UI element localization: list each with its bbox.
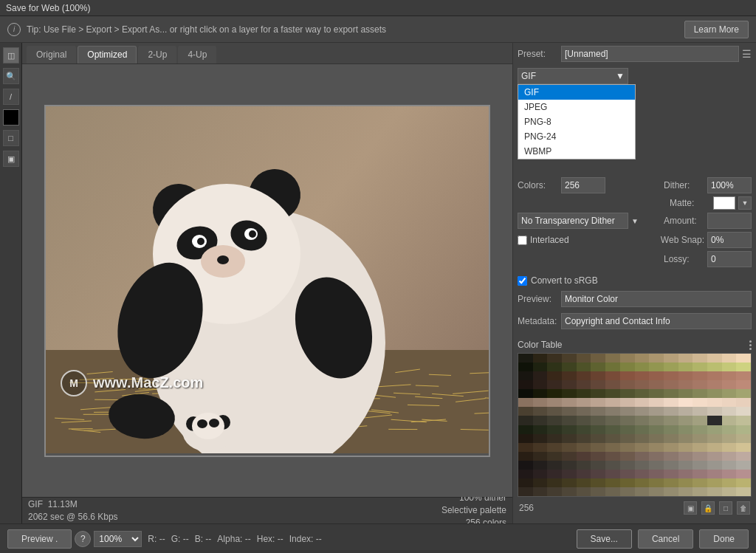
color-cell[interactable] [577, 363, 591, 371]
color-cell[interactable] [649, 452, 664, 461]
color-cell[interactable] [562, 354, 577, 363]
color-cell[interactable] [635, 389, 650, 398]
color-cell[interactable] [664, 371, 678, 380]
color-cell[interactable] [722, 470, 737, 478]
color-cell[interactable] [620, 371, 635, 380]
color-cell[interactable] [707, 434, 722, 443]
color-cell[interactable] [533, 371, 548, 380]
format-option-png24[interactable]: PNG-24 [518, 129, 635, 144]
color-cell[interactable] [562, 425, 577, 434]
color-cell[interactable] [678, 371, 693, 380]
color-cell[interactable] [678, 407, 693, 416]
websnap-select[interactable]: 0% [707, 232, 752, 248]
color-cell[interactable] [635, 478, 650, 487]
color-cell[interactable] [707, 389, 722, 398]
color-cell[interactable] [547, 371, 562, 380]
color-cell[interactable] [649, 363, 664, 371]
color-cell[interactable] [577, 416, 591, 425]
color-cell[interactable] [678, 363, 693, 371]
hand-tool[interactable]: ◫ [3, 47, 19, 63]
matte-swatch[interactable] [713, 196, 735, 210]
color-cell[interactable] [620, 434, 635, 443]
colors-select[interactable]: 256 [561, 177, 605, 193]
color-cell[interactable] [533, 461, 548, 470]
preview-button[interactable]: Preview . [7, 529, 72, 549]
color-cell[interactable] [533, 363, 548, 371]
color-cell[interactable] [722, 461, 737, 470]
color-cell[interactable] [649, 416, 664, 425]
color-cell[interactable] [693, 487, 707, 496]
color-cell[interactable] [547, 354, 562, 363]
color-cell[interactable] [736, 416, 751, 425]
color-cell[interactable] [605, 461, 620, 470]
color-cell[interactable] [707, 380, 722, 389]
color-cell[interactable] [635, 443, 650, 452]
color-cell[interactable] [547, 478, 562, 487]
color-cell[interactable] [722, 434, 737, 443]
color-cell[interactable] [533, 434, 548, 443]
color-cell[interactable] [562, 443, 577, 452]
color-cell[interactable] [707, 407, 722, 416]
color-cell[interactable] [664, 487, 678, 496]
color-cell[interactable] [736, 363, 751, 371]
color-cell[interactable] [736, 425, 751, 434]
color-cell[interactable] [707, 363, 722, 371]
color-grid[interactable] [518, 353, 752, 497]
color-cell[interactable] [664, 407, 678, 416]
zoom-tool[interactable]: 🔍 [3, 68, 19, 84]
color-cell[interactable] [722, 425, 737, 434]
color-cell[interactable] [693, 461, 707, 470]
color-cell[interactable] [678, 470, 693, 478]
color-cell[interactable] [562, 452, 577, 461]
color-cell[interactable] [736, 487, 751, 496]
color-cell[interactable] [605, 416, 620, 425]
preview-select[interactable]: Monitor Color [561, 291, 752, 307]
color-cell[interactable] [591, 487, 605, 496]
color-cell[interactable] [547, 443, 562, 452]
tab-4up[interactable]: 4-Up [178, 46, 216, 63]
color-cell[interactable] [736, 434, 751, 443]
color-cell[interactable] [591, 443, 605, 452]
color-cell[interactable] [620, 425, 635, 434]
eyedropper-tool[interactable]: / [3, 89, 19, 105]
color-cell[interactable] [635, 470, 650, 478]
color-cell[interactable] [533, 478, 548, 487]
color-cell[interactable] [620, 461, 635, 470]
color-cell[interactable] [591, 478, 605, 487]
color-cell[interactable] [533, 354, 548, 363]
cancel-button[interactable]: Cancel [638, 529, 693, 549]
tab-2up[interactable]: 2-Up [138, 46, 176, 63]
color-cell[interactable] [664, 434, 678, 443]
color-cell[interactable] [649, 470, 664, 478]
color-cell[interactable] [533, 398, 548, 407]
color-cell[interactable] [649, 425, 664, 434]
learn-more-button[interactable]: Learn More [684, 21, 749, 38]
done-button[interactable]: Done [699, 529, 749, 549]
color-cell[interactable] [518, 416, 533, 425]
color-cell[interactable] [562, 461, 577, 470]
color-cell[interactable] [605, 380, 620, 389]
color-cell[interactable] [605, 470, 620, 478]
color-swatch-fg[interactable] [3, 109, 19, 126]
color-cell[interactable] [664, 443, 678, 452]
color-cell[interactable] [591, 398, 605, 407]
color-cell[interactable] [591, 380, 605, 389]
color-cell[interactable] [678, 461, 693, 470]
color-cell[interactable] [562, 407, 577, 416]
color-cell[interactable] [605, 407, 620, 416]
ct-map-btn[interactable]: ▣ [684, 501, 697, 515]
color-cell[interactable] [533, 452, 548, 461]
color-cell[interactable] [722, 389, 737, 398]
color-cell[interactable] [635, 354, 650, 363]
color-cell[interactable] [635, 487, 650, 496]
color-cell[interactable] [736, 380, 751, 389]
color-cell[interactable] [620, 470, 635, 478]
color-cell[interactable] [547, 434, 562, 443]
color-cell[interactable] [649, 380, 664, 389]
color-cell[interactable] [736, 461, 751, 470]
color-cell[interactable] [707, 416, 722, 425]
color-cell[interactable] [678, 416, 693, 425]
color-cell[interactable] [635, 416, 650, 425]
color-cell[interactable] [707, 478, 722, 487]
color-cell[interactable] [518, 434, 533, 443]
